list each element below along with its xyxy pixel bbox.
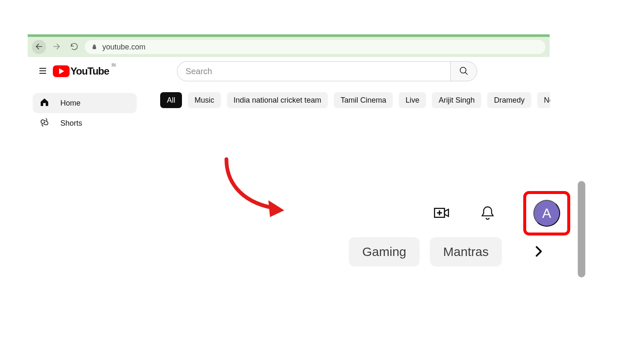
arrow-right-icon: [52, 42, 61, 52]
scrollbar-thumb[interactable]: [578, 181, 585, 277]
reload-icon: [70, 42, 78, 52]
url-text: youtube.com: [102, 43, 145, 52]
chips-next-button[interactable]: [527, 240, 551, 264]
chip-india-cricket[interactable]: India national cricket team: [227, 92, 328, 108]
search-input[interactable]: [177, 61, 450, 81]
svg-marker-8: [44, 121, 46, 123]
svg-point-6: [460, 67, 466, 73]
browser-back-button[interactable]: [32, 40, 46, 54]
chip-mantras[interactable]: Mantras: [430, 237, 502, 266]
filter-chips-row: All Music India national cricket team Ta…: [160, 92, 550, 109]
lock-icon: [91, 44, 97, 50]
annotation-arrow: [214, 155, 298, 222]
search-button[interactable]: [450, 61, 477, 81]
chip-gaming[interactable]: Gaming: [349, 237, 420, 266]
create-video-icon: [434, 205, 449, 222]
chip-music[interactable]: Music: [188, 92, 221, 108]
hamburger-icon: [38, 66, 48, 77]
browser-reload-button[interactable]: [67, 40, 81, 54]
sidebar: Home Shorts: [33, 93, 137, 133]
youtube-play-icon: [53, 65, 70, 77]
create-button[interactable]: [431, 203, 452, 224]
svg-line-7: [465, 72, 467, 75]
url-field[interactable]: youtube.com: [85, 40, 545, 54]
arrow-left-icon: [35, 42, 43, 52]
notifications-button[interactable]: [477, 203, 498, 224]
svg-marker-11: [444, 209, 449, 216]
sidebar-item-home[interactable]: Home: [33, 93, 137, 113]
account-avatar[interactable]: A: [533, 200, 560, 227]
browser-forward-button[interactable]: [49, 40, 64, 54]
sidebar-item-label: Home: [60, 99, 80, 108]
header-actions: A: [431, 191, 570, 235]
youtube-logo[interactable]: YouTube IN: [53, 65, 109, 77]
chip-all[interactable]: All: [160, 92, 182, 108]
svg-rect-2: [93, 47, 96, 49]
menu-button[interactable]: [33, 61, 53, 81]
svg-marker-9: [268, 200, 284, 217]
chip-news[interactable]: News: [537, 92, 550, 108]
sidebar-item-label: Shorts: [60, 119, 82, 128]
search-box: [177, 61, 477, 81]
extra-chips-row: Gaming Mantras: [349, 237, 551, 266]
shorts-icon: [39, 117, 49, 129]
avatar-highlight: A: [523, 191, 570, 235]
chip-dramedy[interactable]: Dramedy: [487, 92, 531, 108]
bell-icon: [480, 205, 496, 222]
avatar-letter: A: [542, 206, 551, 221]
search-container: [109, 61, 545, 81]
chevron-right-icon: [532, 245, 545, 259]
home-icon: [39, 97, 49, 109]
youtube-wordmark: YouTube: [70, 65, 109, 77]
sidebar-item-shorts[interactable]: Shorts: [33, 113, 137, 133]
youtube-masthead: YouTube IN: [28, 57, 550, 85]
search-icon: [459, 66, 469, 77]
chip-live[interactable]: Live: [399, 92, 426, 108]
chip-tamil-cinema[interactable]: Tamil Cinema: [334, 92, 393, 108]
youtube-country-code: IN: [112, 63, 116, 67]
chip-arijit-singh[interactable]: Arijit Singh: [432, 92, 481, 108]
browser-address-bar: youtube.com: [28, 37, 550, 57]
